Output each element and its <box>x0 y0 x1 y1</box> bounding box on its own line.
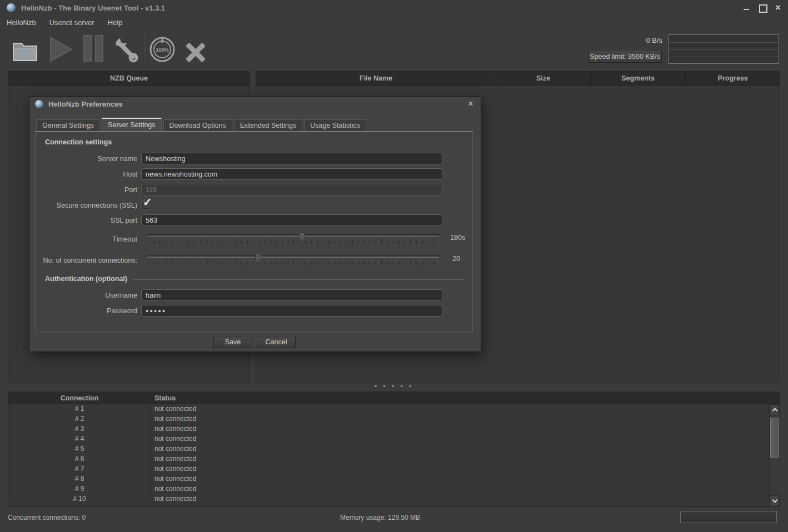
status-bar: Concurrent connections: 0 Memory usage: … <box>0 510 788 526</box>
pause-button[interactable] <box>80 33 107 64</box>
connection-cell: # 10 <box>8 494 151 504</box>
group-divider <box>132 279 465 280</box>
tab-download-options[interactable]: Download Options <box>163 119 232 132</box>
connections-table: Connection Status # 1not connected # 2no… <box>8 392 780 507</box>
status-progress-bar <box>680 511 777 523</box>
connection-cell: # 2 <box>8 414 151 424</box>
password-label: Password <box>36 305 137 317</box>
col-status[interactable]: Status <box>154 392 176 404</box>
status-cell: not connected <box>154 494 196 504</box>
tab-usage-statistics[interactable]: Usage Statistics <box>304 119 366 132</box>
maximize-button[interactable] <box>758 4 767 12</box>
scrollbar-thumb[interactable] <box>770 418 779 458</box>
nzb-queue-header[interactable]: NZB Queue <box>8 72 250 85</box>
table-row[interactable]: # 7not connected <box>8 464 769 474</box>
col-connection[interactable]: Connection <box>8 392 151 404</box>
concurrent-connections-label: Concurrent connections: 0 <box>8 514 86 521</box>
server-name-field[interactable] <box>141 153 442 164</box>
dialog-title: HelloNzb Preferences <box>48 100 123 108</box>
start-button[interactable] <box>47 34 74 65</box>
speed-gauge-button[interactable]: 100% <box>148 34 177 65</box>
chevron-up-icon <box>772 408 778 414</box>
connection-cell: # 7 <box>8 464 151 474</box>
status-cell: not connected <box>154 474 196 484</box>
table-row[interactable]: # 2not connected <box>8 414 769 424</box>
menu-usenet-server[interactable]: Usenet server <box>49 18 94 27</box>
minimize-button[interactable] <box>742 4 751 12</box>
cancel-button-toolbar[interactable] <box>182 36 209 67</box>
folder-globe-icon <box>12 39 38 62</box>
table-row[interactable]: # 10not connected <box>8 494 769 504</box>
menu-hellonzb[interactable]: HelloNzb <box>7 18 36 27</box>
gauge-icon: 100% <box>148 36 176 63</box>
col-file-name[interactable]: File Name <box>256 72 496 85</box>
connections-value: 20 <box>452 255 460 263</box>
dialog-close-icon[interactable]: × <box>466 99 475 108</box>
authentication-title: Authentication (optional) <box>45 275 127 283</box>
tab-extended-settings[interactable]: Extended Settings <box>234 119 302 132</box>
host-field[interactable] <box>141 168 442 180</box>
password-field[interactable] <box>141 305 442 317</box>
timeout-value: 180s <box>450 234 465 242</box>
connections-slider[interactable] <box>147 254 440 265</box>
status-cell: not connected <box>154 484 196 494</box>
app-globe-icon <box>7 3 16 12</box>
connection-settings-title: Connection settings <box>45 138 112 146</box>
table-row[interactable]: # 1not connected <box>8 404 769 414</box>
open-nzb-button[interactable] <box>11 35 39 66</box>
app-window: HelloNzb - The Binary Usenet Tool - v1.3… <box>0 0 788 532</box>
table-row[interactable]: # 4not connected <box>8 434 769 444</box>
close-button[interactable]: × <box>774 4 782 12</box>
preferences-dialog: HelloNzb Preferences × General Settings … <box>29 96 481 352</box>
port-field[interactable] <box>141 184 442 195</box>
status-cell: not connected <box>154 404 196 414</box>
server-settings-page: Connection settings Server name Host Por… <box>35 131 473 332</box>
splitter-handle[interactable]: • • • • • <box>368 383 420 390</box>
connections-label: No. of concurrent connections: <box>36 255 137 266</box>
username-field[interactable] <box>141 289 442 301</box>
table-row[interactable]: # 3not connected <box>8 424 769 434</box>
preferences-button[interactable] <box>111 34 140 65</box>
save-button[interactable]: Save <box>213 336 252 348</box>
play-icon <box>48 37 73 62</box>
col-segments[interactable]: Segments <box>590 72 686 85</box>
slider-groove[interactable] <box>147 255 440 258</box>
menu-help[interactable]: Help <box>108 18 123 27</box>
group-divider <box>116 143 465 143</box>
table-row[interactable]: # 8not connected <box>8 474 769 484</box>
username-label: Username <box>36 290 137 301</box>
slider-ticks <box>148 260 438 265</box>
menubar: HelloNzb Usenet server Help <box>0 16 788 29</box>
connection-cell: # 1 <box>8 404 151 414</box>
table-row[interactable]: # 9not connected <box>8 484 769 494</box>
host-label: Host <box>36 169 137 180</box>
gauge-label: 100% <box>156 47 168 53</box>
toolbar: 100% 0 B/s Speed limit: 3500 KB/s <box>0 31 788 67</box>
connection-cell: # 5 <box>8 444 151 454</box>
connection-cell: # 6 <box>8 454 151 464</box>
ssl-label: Secure connections (SSL) <box>36 200 137 211</box>
timeout-slider[interactable] <box>147 233 440 244</box>
connection-cell: # 3 <box>8 424 151 434</box>
table-row[interactable]: # 6not connected <box>8 454 769 464</box>
speed-graph <box>669 34 779 64</box>
speed-limit-button[interactable]: Speed limit: 3500 KB/s <box>588 50 662 63</box>
status-cell: not connected <box>154 444 196 454</box>
tab-server-settings[interactable]: Server Settings <box>102 118 161 132</box>
ssl-checkbox[interactable]: ✓ <box>142 200 151 209</box>
status-cell: not connected <box>154 464 196 474</box>
connections-table-header: Connection Status <box>8 392 780 404</box>
col-size[interactable]: Size <box>496 72 590 85</box>
vertical-scrollbar[interactable] <box>769 404 780 506</box>
table-row[interactable]: # 5not connected <box>8 444 769 454</box>
col-progress[interactable]: Progress <box>685 72 780 85</box>
tab-general-settings[interactable]: General Settings <box>36 119 100 132</box>
dialog-globe-icon <box>35 100 43 108</box>
slider-groove[interactable] <box>147 234 440 237</box>
status-cell: not connected <box>154 424 196 434</box>
ssl-port-label: SSL port <box>36 215 137 226</box>
scroll-up-button[interactable] <box>770 404 780 415</box>
scroll-down-button[interactable] <box>770 495 780 506</box>
ssl-port-field[interactable] <box>141 214 442 226</box>
cancel-button[interactable]: Cancel <box>257 336 296 348</box>
